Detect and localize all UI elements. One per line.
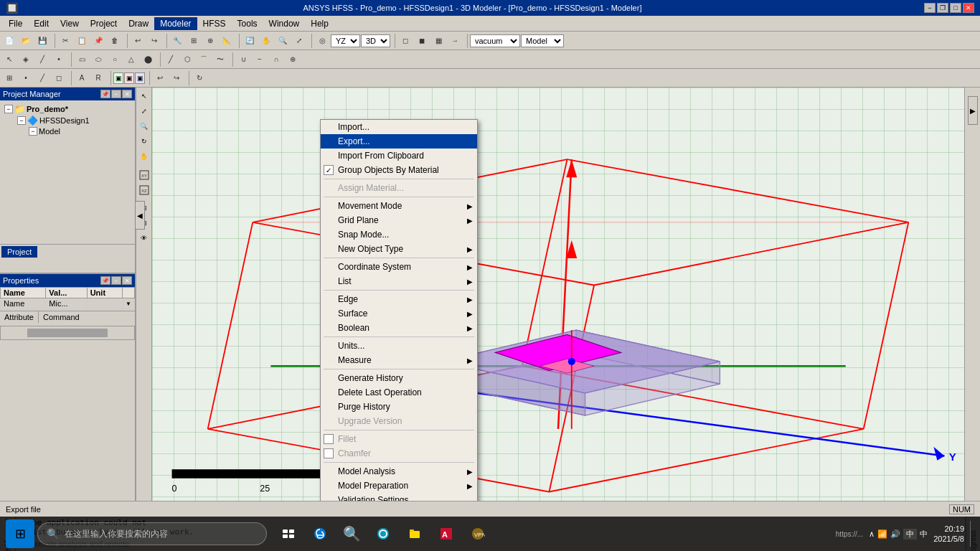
menu-list[interactable]: List▶ <box>321 274 477 288</box>
menu-draw[interactable]: Draw <box>123 17 154 30</box>
autocad-icon[interactable]: A <box>433 521 459 547</box>
ruler-button[interactable]: 📐 <box>219 33 235 49</box>
pm-close-button[interactable]: ✕ <box>122 90 132 98</box>
attribute-tab[interactable]: Attribute <box>0 311 39 323</box>
lang-button[interactable]: 中 <box>903 529 917 540</box>
menu-measure[interactable]: Measure▶ <box>321 353 477 367</box>
vpn-icon[interactable]: VPN <box>465 521 491 547</box>
solid-button[interactable]: ◼ <box>414 33 430 49</box>
lt-pan[interactable]: ✋ <box>137 149 151 164</box>
torus-button[interactable]: ⬤ <box>140 52 156 67</box>
orient-button[interactable]: ◎ <box>314 33 330 49</box>
viewport[interactable]: Y 0 25 50 (mm) <box>152 88 964 501</box>
select-vertex-button[interactable]: • <box>51 52 67 67</box>
prop-close-button[interactable]: ✕ <box>122 276 132 285</box>
select-button[interactable]: ↖ <box>1 52 17 67</box>
select-face-button[interactable]: ◈ <box>18 52 34 67</box>
cut-button[interactable]: ✂ <box>57 33 73 49</box>
plane-select[interactable]: YZXZXY <box>331 34 360 47</box>
cs-relative[interactable]: R <box>90 70 106 86</box>
menu-edge[interactable]: Edge▶ <box>321 292 477 306</box>
project-tab[interactable]: Project <box>1 246 37 258</box>
menu-grid-plane[interactable]: Grid Plane▶ <box>321 213 477 227</box>
tree-expand-model[interactable]: − <box>29 127 37 136</box>
lt-vis[interactable]: 👁 <box>137 231 151 245</box>
snap-face-button[interactable]: ◻ <box>51 70 67 86</box>
zoom-button[interactable]: 🔍 <box>275 33 291 49</box>
app1-icon[interactable] <box>370 521 396 547</box>
taskview-button[interactable] <box>275 521 301 547</box>
menu-window[interactable]: Window <box>263 17 306 30</box>
mode-select[interactable]: Model <box>521 34 564 47</box>
paste-button[interactable]: 📌 <box>90 33 106 49</box>
menu-coordinate-system[interactable]: Coordinate System▶ <box>321 260 477 274</box>
dimension-select[interactable]: 3D2D <box>361 34 390 47</box>
menu-validation-settings[interactable]: Validation Settings <box>321 493 477 501</box>
snap-grid-button[interactable]: ⊞ <box>1 70 17 86</box>
open-button[interactable]: 📂 <box>18 33 34 49</box>
redo-button[interactable]: ↪ <box>146 33 162 49</box>
save-button[interactable]: 💾 <box>34 33 50 49</box>
redo2-button[interactable]: ↪ <box>169 70 184 86</box>
union-button[interactable]: ∪ <box>235 52 251 67</box>
split-button[interactable]: ⊕ <box>285 52 301 67</box>
menu-model-preparation[interactable]: Model Preparation▶ <box>321 479 477 493</box>
tree-item-model[interactable]: − Model <box>3 126 132 136</box>
left-panel-expand-button[interactable]: ◀ <box>135 201 145 230</box>
show-desktop-button[interactable] <box>970 521 974 547</box>
tree-item-design[interactable]: − 🔷 HFSSDesign1 <box>3 115 132 126</box>
menu-import-clipboard[interactable]: Import From Clipboard <box>321 149 477 163</box>
pm-pin-button[interactable]: 📌 <box>100 90 110 98</box>
delete-button[interactable]: 🗑 <box>107 33 123 49</box>
grid-button[interactable]: ⊞ <box>186 33 202 49</box>
cs-absolute[interactable]: A <box>74 70 90 86</box>
menu-help[interactable]: Help <box>305 17 334 30</box>
menu-file[interactable]: File <box>3 17 28 30</box>
menu-import[interactable]: Import... <box>321 120 477 134</box>
cone-button[interactable]: △ <box>123 52 139 67</box>
shade-button[interactable]: ▦ <box>430 33 446 49</box>
tree-item-project[interactable]: − 📁 Pro_demo* <box>3 103 132 115</box>
lt-select[interactable]: ↖ <box>137 89 151 103</box>
tree-expand-project[interactable]: − <box>4 105 13 113</box>
arc-button[interactable]: ⌒ <box>196 52 212 67</box>
menu-movement-mode[interactable]: Movement Mode▶ <box>321 199 477 213</box>
arrow-button[interactable]: → <box>447 33 463 49</box>
menu-view[interactable]: View <box>55 17 85 30</box>
material-select[interactable]: vacuum <box>470 34 520 47</box>
menu-generate-history[interactable]: Generate History <box>321 371 477 385</box>
prop-pin-button[interactable]: 📌 <box>100 276 110 285</box>
menu-project[interactable]: Project <box>85 17 123 30</box>
undo-button[interactable]: ↩ <box>130 33 146 49</box>
taskbar-search[interactable]: 🔍 在这里输入你要搜索的内容 <box>37 522 267 545</box>
menu-units[interactable]: Units... <box>321 339 477 353</box>
poly-button[interactable]: ⬡ <box>179 52 195 67</box>
menu-modeler[interactable]: Modeler <box>154 17 197 30</box>
menu-new-object-type[interactable]: New Object Type▶ <box>321 242 477 256</box>
pm-minimize-button[interactable]: − <box>111 90 121 98</box>
copy-button[interactable]: 📋 <box>74 33 90 49</box>
rotate-button[interactable]: 🔄 <box>242 33 258 49</box>
menu-snap-mode[interactable]: Snap Mode... <box>321 227 477 242</box>
prop-minimize-button[interactable]: − <box>111 276 121 285</box>
lt-rotate[interactable]: ↻ <box>137 134 151 149</box>
maximize-button[interactable]: □ <box>950 3 961 13</box>
lt-xz-view[interactable]: XZ <box>137 183 151 197</box>
start-button[interactable]: ⊞ <box>6 519 34 548</box>
box-button[interactable]: ▭ <box>74 52 90 67</box>
menu-delete-last-op[interactable]: Delete Last Operation <box>321 385 477 400</box>
right-panel-expand-button[interactable]: ▶ <box>968 96 978 125</box>
undo2-button[interactable]: ↩ <box>152 70 168 86</box>
spline-button[interactable]: 〜 <box>212 52 228 67</box>
lt-fit[interactable]: ⤢ <box>137 104 151 118</box>
menu-group-objects[interactable]: ✓ Group Objects By Material <box>321 163 477 177</box>
command-tab[interactable]: Command <box>39 311 84 323</box>
refresh-button[interactable]: ↻ <box>192 70 207 86</box>
menu-boolean[interactable]: Boolean▶ <box>321 321 477 335</box>
menu-purge-history[interactable]: Purge History <box>321 400 477 414</box>
snap-vertex-button[interactable]: • <box>18 70 34 86</box>
menu-model-analysis[interactable]: Model Analysis▶ <box>321 464 477 479</box>
close-button[interactable]: ✕ <box>963 3 974 13</box>
menu-tools[interactable]: Tools <box>232 17 263 30</box>
menu-surface[interactable]: Surface▶ <box>321 306 477 321</box>
